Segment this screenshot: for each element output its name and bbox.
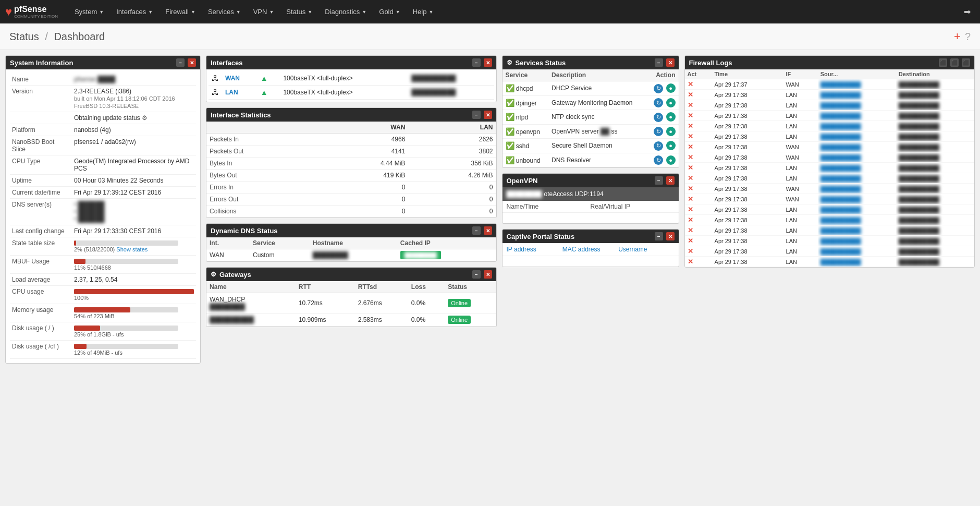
fw-logs-icon2[interactable]: ⬛ bbox=[950, 58, 959, 67]
ddns-body: Int. Service Hostname Cached IP WAN Cust… bbox=[206, 237, 496, 261]
fw-src-5: ██████████ bbox=[818, 131, 896, 142]
service-restart-openvpn[interactable]: ↻ bbox=[654, 127, 663, 136]
service-stop-dpinger[interactable]: ● bbox=[666, 98, 676, 107]
add-widget-button[interactable]: + bbox=[954, 30, 961, 43]
service-restart-unbound[interactable]: ↻ bbox=[654, 155, 663, 165]
nav-services[interactable]: Services ▼ bbox=[202, 0, 247, 23]
nav-status[interactable]: Status ▼ bbox=[280, 0, 318, 23]
fw-time-14: Apr 29 17:38 bbox=[712, 225, 783, 236]
fw-col-time: Time bbox=[712, 69, 783, 79]
info-label-cpu-type: CPU Type bbox=[10, 155, 72, 175]
interface-stats-minimize[interactable]: – bbox=[472, 111, 481, 119]
system-info-panel: System Information – ✕ Name pfsense ████… bbox=[5, 55, 201, 364]
nav-gold[interactable]: Gold ▼ bbox=[373, 0, 406, 23]
nav-help[interactable]: Help ▼ bbox=[407, 0, 440, 23]
info-value-uptime: 00 Hour 03 Minutes 22 Seconds bbox=[72, 175, 196, 187]
service-action-unbound: ↻ ● bbox=[646, 153, 679, 167]
service-stop-dhcpd[interactable]: ● bbox=[666, 83, 676, 93]
ddns-minimize[interactable]: – bbox=[472, 226, 481, 235]
service-restart-ntpd[interactable]: ↻ bbox=[654, 113, 663, 122]
fw-time-12: Apr 29 17:38 bbox=[712, 204, 783, 215]
openvpn-close[interactable]: ✕ bbox=[666, 176, 675, 185]
nav-system[interactable]: System ▼ bbox=[68, 0, 110, 23]
service-desc-ntpd: NTP clock sync bbox=[548, 110, 646, 125]
interfaces-minimize[interactable]: – bbox=[472, 58, 481, 67]
system-info-title: System Information bbox=[10, 59, 173, 67]
service-row-sshd: ✅ sshd Secure Shell Daemon ↻ ● bbox=[503, 139, 679, 153]
fw-src-15: ██████████ bbox=[818, 236, 896, 246]
service-stop-unbound[interactable]: ● bbox=[666, 155, 676, 165]
stats-col-lan: LAN bbox=[408, 122, 496, 134]
stats-row-bytes-out: Bytes Out 419 KiB 4.26 MiB bbox=[206, 170, 496, 182]
nav-forward-icon[interactable]: ➡ bbox=[960, 7, 975, 17]
captive-portal-minimize[interactable]: – bbox=[655, 232, 663, 240]
gw-row-1: ██████████ 10.909ms 2.583ms 0.0% Online bbox=[206, 314, 496, 327]
info-value-platform: nanobsd (4g) bbox=[72, 124, 196, 136]
nav-diagnostics[interactable]: Diagnostics ▼ bbox=[318, 0, 373, 23]
captive-col-ip[interactable]: IP address bbox=[507, 246, 562, 253]
fw-act-9: ✕ bbox=[685, 173, 712, 184]
fw-logs-icon1[interactable]: ⬛ bbox=[939, 58, 947, 67]
fw-if-9: LAN bbox=[783, 173, 818, 184]
service-name-dhcpd: ✅ dhcpd bbox=[503, 81, 549, 96]
fw-logs-icon3[interactable]: ⬛ bbox=[962, 58, 970, 67]
fw-log-row: ✕ Apr 29 17:38 WAN ██████████ ██████████ bbox=[685, 142, 975, 152]
fw-act-10: ✕ bbox=[685, 184, 712, 194]
fw-src-14: ██████████ bbox=[818, 225, 896, 236]
gateways-close[interactable]: ✕ bbox=[484, 270, 492, 279]
fw-dst-7: ██████████ bbox=[896, 152, 974, 163]
info-value-update: Obtaining update status ⚙ bbox=[72, 112, 196, 124]
fw-src-8: ██████████ bbox=[818, 163, 896, 173]
fw-if-6: WAN bbox=[783, 142, 818, 152]
service-stop-ntpd[interactable]: ● bbox=[666, 112, 676, 122]
column-mid1: Interfaces – ✕ 🖧 WAN ▲ 100baseTX <full-d… bbox=[206, 55, 497, 327]
fw-dst-1: ██████████ bbox=[896, 90, 974, 100]
services-status-close[interactable]: ✕ bbox=[666, 58, 675, 67]
service-stop-sshd[interactable]: ● bbox=[666, 141, 676, 150]
fw-act-0: ✕ bbox=[685, 79, 712, 90]
ddns-table: Int. Service Hostname Cached IP WAN Cust… bbox=[206, 237, 496, 261]
service-restart-dhcpd[interactable]: ↻ bbox=[654, 84, 663, 93]
service-desc-unbound: DNS Resolver bbox=[548, 153, 646, 167]
services-status-minimize[interactable]: – bbox=[655, 58, 663, 67]
nav-vpn[interactable]: VPN ▼ bbox=[247, 0, 280, 23]
fw-src-7: ██████████ bbox=[818, 152, 896, 163]
captive-col-user[interactable]: Username bbox=[618, 246, 674, 253]
fw-act-1: ✕ bbox=[685, 90, 712, 100]
fw-act-4: ✕ bbox=[685, 121, 712, 131]
interfaces-close[interactable]: ✕ bbox=[484, 58, 492, 67]
system-info-minimize[interactable]: – bbox=[176, 58, 185, 67]
nav-firewall[interactable]: Firewall ▼ bbox=[159, 0, 202, 23]
fw-if-5: LAN bbox=[783, 131, 818, 142]
ddns-close[interactable]: ✕ bbox=[484, 226, 492, 235]
service-restart-dpinger[interactable]: ↻ bbox=[654, 98, 663, 107]
info-value-cpu-usage: 100% bbox=[72, 286, 196, 304]
help-button[interactable]: ? bbox=[965, 31, 971, 43]
openvpn-sub-header: Name/Time Real/Virtual IP bbox=[503, 201, 679, 213]
fw-log-row: ✕ Apr 29 17:38 WAN ██████████ ██████████ bbox=[685, 184, 975, 194]
info-row-state-table: State table size 2% (518/22000) Show sta… bbox=[10, 237, 196, 256]
ddns-row-0: WAN Custom ████████ ████████ bbox=[206, 249, 496, 261]
fw-dst-3: ██████████ bbox=[896, 111, 974, 121]
fw-if-4: LAN bbox=[783, 121, 818, 131]
nav-interfaces[interactable]: Interfaces ▼ bbox=[110, 0, 159, 23]
ddns-header: Dynamic DNS Status – ✕ bbox=[206, 224, 496, 237]
services-status-title: Services Status bbox=[516, 59, 652, 67]
system-info-close[interactable]: ✕ bbox=[188, 58, 196, 67]
service-stop-openvpn[interactable]: ● bbox=[666, 127, 676, 136]
openvpn-col-ip: Real/Virtual IP bbox=[591, 203, 675, 210]
service-name-dpinger: ✅ dpinger bbox=[503, 95, 549, 110]
firewall-logs-title: Firewall Logs bbox=[689, 59, 936, 67]
info-row-disk-cf: Disk usage ( /cf ) 12% of 49MiB - ufs bbox=[10, 341, 196, 359]
fw-src-0: ██████████ bbox=[818, 79, 896, 90]
openvpn-minimize[interactable]: – bbox=[655, 176, 663, 185]
stats-label-bytes-out: Bytes Out bbox=[206, 170, 321, 182]
service-restart-sshd[interactable]: ↻ bbox=[654, 141, 663, 151]
gateways-minimize[interactable]: – bbox=[472, 270, 481, 279]
captive-portal-close[interactable]: ✕ bbox=[666, 232, 675, 240]
fw-dst-15: ██████████ bbox=[896, 236, 974, 246]
captive-col-mac[interactable]: MAC address bbox=[562, 246, 618, 253]
show-states-link[interactable]: Show states bbox=[116, 246, 148, 252]
interface-stats-close[interactable]: ✕ bbox=[484, 111, 492, 119]
interfaces-title: Interfaces bbox=[211, 59, 469, 67]
